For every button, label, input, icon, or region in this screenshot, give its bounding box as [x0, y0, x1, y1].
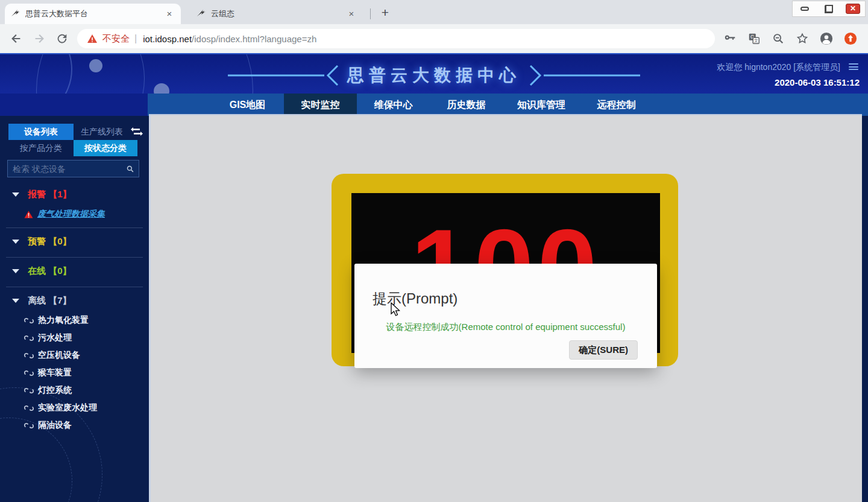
broken-link-icon	[24, 369, 34, 377]
tab-close-icon[interactable]: ×	[346, 8, 357, 19]
app-header: 思普云大数据中心 欢迎您 hignton2020 [系统管理员] 2020-06…	[0, 53, 868, 94]
device-item-offline[interactable]: 热力氧化装置	[24, 315, 143, 326]
device-sidebar: 设备列表 生产线列表 按产品分类 按状态分类 报警 【1】 废气处理数据采集	[0, 116, 149, 502]
address-separator: |	[134, 33, 137, 44]
mouse-cursor	[391, 302, 401, 317]
tab-title: 思普云大数据平台	[25, 8, 164, 19]
nav-item-history-data[interactable]: 历史数据	[430, 94, 503, 116]
tab-title: 云组态	[211, 8, 346, 19]
broken-link-icon	[24, 334, 34, 342]
welcome-user-label[interactable]: 欢迎您 hignton2020 [系统管理员]	[717, 62, 840, 73]
site-favicon-icon	[11, 9, 20, 19]
tab-close-icon[interactable]: ×	[164, 8, 175, 19]
broken-link-icon	[24, 387, 34, 395]
bookmark-star-icon[interactable]	[796, 32, 809, 45]
group-label: 报警	[28, 189, 46, 200]
search-icon[interactable]	[127, 164, 134, 174]
device-status-tree: 报警 【1】 废气处理数据采集 预警 【0】 在线 【	[6, 181, 143, 439]
group-online: 在线 【0】	[6, 258, 143, 287]
main-navigation: GIS地图 实时监控 维保中心 历史数据 知识库管理 远程控制	[0, 94, 868, 116]
nav-item-gis-map[interactable]: GIS地图	[211, 94, 284, 116]
broken-link-icon	[24, 422, 34, 430]
device-item-offline[interactable]: 实验室废水处理	[24, 402, 143, 413]
title-flourish-left-icon	[228, 65, 342, 86]
broken-link-icon	[24, 352, 34, 360]
restore-icon	[825, 5, 832, 13]
window-minimize-button[interactable]	[793, 1, 817, 16]
group-alarm-header[interactable]: 报警 【1】	[6, 186, 143, 202]
dialog-message: 设备远程控制成功(Remote control of equipment suc…	[354, 322, 657, 333]
device-item-offline[interactable]: 隔油设备	[24, 420, 143, 431]
close-icon: ✕	[846, 4, 860, 14]
minimize-icon	[800, 7, 809, 11]
device-search-box	[7, 160, 139, 177]
nav-item-knowledge-base[interactable]: 知识库管理	[503, 94, 580, 116]
chevron-down-icon	[12, 299, 19, 303]
group-alarm: 报警 【1】 废气处理数据采集	[6, 181, 143, 228]
dialog-confirm-button[interactable]: 确定(SURE)	[569, 340, 638, 360]
alarm-triangle-icon	[24, 211, 33, 218]
device-label: 实验室废水处理	[38, 402, 97, 413]
window-restore-button[interactable]	[817, 1, 841, 16]
device-item-offline[interactable]: 猴车装置	[24, 367, 143, 378]
new-tab-button[interactable]: +	[377, 5, 393, 21]
zoom-indicator-icon[interactable]	[772, 32, 785, 45]
group-offline-header[interactable]: 离线 【7】	[6, 293, 143, 308]
device-label: 空压机设备	[38, 350, 80, 361]
device-label: 污水处理	[38, 332, 72, 343]
browser-tab-strip: 思普云大数据平台 × 云组态 × + ✕	[0, 0, 868, 24]
tab-production-line-list[interactable]: 生产线列表	[76, 124, 128, 140]
swap-lists-icon[interactable]	[130, 127, 143, 136]
url-host: iot.idosp.net	[143, 34, 192, 44]
device-search-input[interactable]	[8, 164, 127, 174]
nav-item-realtime-monitor[interactable]: 实时监控	[284, 94, 357, 116]
chevron-down-icon	[12, 192, 19, 197]
group-count: 【0】	[48, 265, 71, 277]
tab-by-product[interactable]: 按产品分类	[8, 140, 74, 156]
group-warning-header[interactable]: 预警 【0】	[6, 234, 143, 249]
window-close-button[interactable]: ✕	[841, 1, 865, 16]
chevron-down-icon	[12, 240, 19, 244]
reload-button[interactable]	[55, 32, 69, 45]
forward-button[interactable]	[33, 32, 46, 45]
browser-update-icon[interactable]	[844, 32, 857, 45]
profile-avatar[interactable]	[820, 32, 833, 45]
password-key-icon[interactable]	[723, 32, 737, 45]
browser-tab-1[interactable]: 思普云大数据平台 ×	[5, 4, 181, 24]
title-flourish-right-icon	[526, 65, 640, 86]
chevron-down-icon	[12, 269, 19, 273]
browser-tab-2[interactable]: 云组态 ×	[190, 4, 363, 24]
window-controls: ✕	[792, 1, 866, 17]
not-secure-label[interactable]: 不安全	[102, 33, 130, 45]
translate-icon[interactable]: G文	[747, 32, 761, 45]
broken-link-icon	[24, 317, 34, 325]
device-link[interactable]: 废气处理数据采集	[37, 209, 105, 220]
group-online-header[interactable]: 在线 【0】	[6, 263, 143, 279]
nav-band: GIS地图 实时监控 维保中心 历史数据 知识库管理 远程控制	[148, 94, 868, 116]
address-bar[interactable]: 不安全 | iot.idosp.net/idosp/index.html?lan…	[77, 29, 715, 48]
nav-item-maintenance-center[interactable]: 维保中心	[357, 94, 430, 116]
device-item-offline[interactable]: 灯控系统	[24, 385, 143, 396]
decor-circle	[36, 53, 253, 94]
tab-by-status[interactable]: 按状态分类	[74, 140, 137, 156]
dialog-title: 提示(Prompt)	[373, 289, 458, 308]
back-button[interactable]	[10, 32, 23, 45]
monitor-content-area: 100 提示(Prompt) 设备远程控制成功(Remote control o…	[149, 114, 862, 502]
device-label: 热力氧化装置	[38, 315, 89, 326]
device-item-alarm[interactable]: 废气处理数据采集	[24, 209, 143, 220]
user-menu-icon[interactable]	[849, 63, 858, 71]
group-offline: 离线 【7】 热力氧化装置 污水处理 空压机设备	[6, 287, 143, 439]
group-label: 预警	[28, 236, 46, 247]
group-label: 在线	[28, 265, 46, 277]
nav-item-remote-control[interactable]: 远程控制	[580, 94, 653, 116]
decor-dot	[89, 59, 102, 72]
browser-toolbar: 不安全 | iot.idosp.net/idosp/index.html?lan…	[0, 24, 868, 53]
group-label: 离线	[28, 295, 46, 307]
tab-device-list[interactable]: 设备列表	[8, 124, 74, 140]
desktop-screenshot: 思普云大数据平台 × 云组态 × + ✕ 不安全 | iot.idosp.net…	[0, 0, 868, 502]
group-count: 【0】	[48, 236, 71, 247]
page-title: 思普云大数据中心	[347, 64, 521, 87]
group-count: 【7】	[48, 295, 71, 307]
device-item-offline[interactable]: 污水处理	[24, 332, 143, 343]
device-item-offline[interactable]: 空压机设备	[24, 350, 143, 361]
